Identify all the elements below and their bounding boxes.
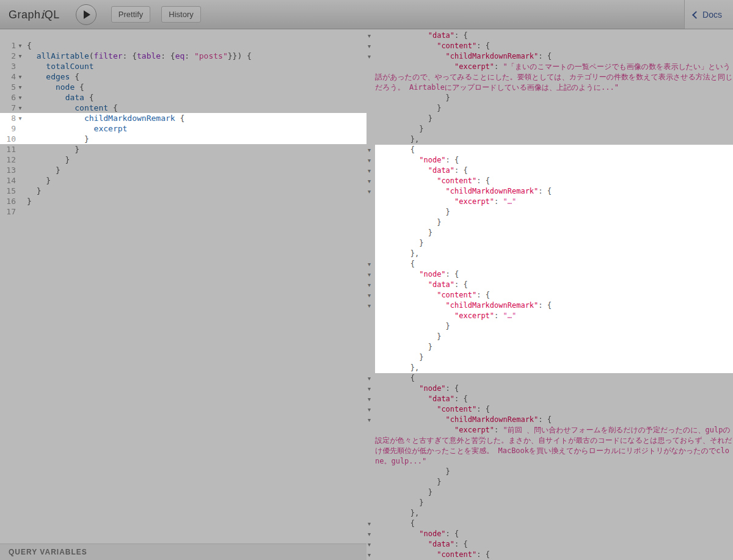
query-editor[interactable]: 1▾{2▾ allAirtable(filter: {table: {eq: "… bbox=[0, 29, 366, 544]
result-line[interactable]: ▾ "data": { bbox=[366, 394, 733, 404]
result-line[interactable]: ▾ "childMarkdownRemark": { bbox=[366, 415, 733, 425]
fold-arrow-icon[interactable]: ▾ bbox=[16, 103, 24, 113]
result-line[interactable]: }, bbox=[366, 249, 733, 259]
execute-button[interactable] bbox=[76, 4, 97, 25]
editor-line[interactable]: 10 } bbox=[0, 134, 366, 144]
result-line[interactable]: ▾ "data": { bbox=[366, 280, 733, 290]
result-line[interactable]: ▾ "node": { bbox=[366, 384, 733, 394]
result-line[interactable]: } bbox=[366, 321, 733, 332]
editor-line[interactable]: 7▾ content { bbox=[0, 103, 366, 113]
result-line[interactable]: } bbox=[366, 217, 733, 228]
editor-line[interactable]: 15 } bbox=[0, 186, 366, 196]
prettify-button[interactable]: Prettify bbox=[111, 6, 150, 23]
fold-arrow-icon[interactable]: ▾ bbox=[366, 186, 375, 197]
result-line[interactable]: ▾ "childMarkdownRemark": { bbox=[366, 300, 733, 311]
editor-line[interactable]: 9 excerpt bbox=[0, 123, 366, 134]
result-line[interactable]: } bbox=[366, 352, 733, 363]
fold-arrow-icon[interactable]: ▾ bbox=[366, 539, 375, 550]
result-line[interactable]: ▾ "childMarkdownRemark": { bbox=[366, 186, 733, 197]
result-line[interactable]: ▾ "content": { bbox=[366, 404, 733, 415]
result-line[interactable]: } bbox=[366, 467, 733, 477]
fold-spacer bbox=[366, 228, 375, 238]
result-line[interactable]: ▾ "content": { bbox=[366, 550, 733, 560]
fold-arrow-icon[interactable]: ▾ bbox=[366, 384, 375, 394]
fold-arrow-icon[interactable]: ▾ bbox=[366, 550, 375, 560]
result-line[interactable]: ▾ { bbox=[366, 145, 733, 155]
editor-line[interactable]: 1▾{ bbox=[0, 40, 366, 51]
result-line[interactable]: } bbox=[366, 114, 733, 124]
fold-arrow-icon[interactable]: ▾ bbox=[16, 92, 24, 103]
fold-arrow-icon[interactable]: ▾ bbox=[366, 31, 375, 41]
result-line[interactable]: ▾ "content": { bbox=[366, 176, 733, 186]
editor-line[interactable]: 16} bbox=[0, 196, 366, 206]
result-line[interactable]: ▾ { bbox=[366, 373, 733, 384]
fold-arrow-icon[interactable]: ▾ bbox=[16, 40, 24, 51]
result-line[interactable]: ▾ "content": { bbox=[366, 41, 733, 51]
result-line[interactable]: "excerpt": "…" bbox=[366, 197, 733, 207]
editor-line[interactable]: 13 } bbox=[0, 165, 366, 175]
fold-arrow-icon[interactable]: ▾ bbox=[366, 280, 375, 290]
fold-arrow-icon[interactable]: ▾ bbox=[366, 155, 375, 165]
result-line[interactable]: } bbox=[366, 238, 733, 249]
result-line[interactable]: ▾ "node": { bbox=[366, 529, 733, 539]
fold-arrow-icon[interactable]: ▾ bbox=[366, 290, 375, 300]
editor-line[interactable]: 11 } bbox=[0, 144, 366, 155]
fold-arrow-icon[interactable]: ▾ bbox=[366, 300, 375, 311]
result-line[interactable]: ▾ { bbox=[366, 518, 733, 529]
result-line[interactable]: ▾ "node": { bbox=[366, 269, 733, 280]
editor-line[interactable]: 8▾ childMarkdownRemark { bbox=[0, 113, 366, 123]
query-variables-bar[interactable]: QUERY VARIABLES bbox=[0, 544, 366, 560]
result-line[interactable]: } bbox=[366, 342, 733, 352]
editor-line[interactable]: 14 } bbox=[0, 175, 366, 186]
fold-arrow-icon[interactable]: ▾ bbox=[366, 165, 375, 176]
result-line[interactable]: ▾ { bbox=[366, 259, 733, 269]
result-line[interactable]: }, bbox=[366, 508, 733, 518]
docs-button[interactable]: Docs bbox=[684, 0, 733, 29]
fold-arrow-icon[interactable]: ▾ bbox=[366, 373, 375, 384]
result-line[interactable]: } bbox=[366, 477, 733, 487]
editor-line[interactable]: 6▾ data { bbox=[0, 92, 366, 103]
result-line[interactable]: } bbox=[366, 228, 733, 238]
editor-empty-area[interactable] bbox=[0, 217, 366, 544]
editor-line[interactable]: 2▾ allAirtable(filter: {table: {eq: "pos… bbox=[0, 51, 366, 61]
result-line[interactable]: ▾ "node": { bbox=[366, 155, 733, 165]
fold-arrow-icon[interactable]: ▾ bbox=[366, 41, 375, 51]
fold-arrow-icon[interactable]: ▾ bbox=[16, 51, 24, 61]
result-line[interactable]: } bbox=[366, 332, 733, 342]
result-line[interactable]: }, bbox=[366, 134, 733, 145]
result-line[interactable]: ▾ "data": { bbox=[366, 539, 733, 550]
editor-line[interactable]: 5▾ node { bbox=[0, 82, 366, 92]
fold-arrow-icon[interactable]: ▾ bbox=[366, 269, 375, 280]
editor-line[interactable]: 3 totalCount bbox=[0, 61, 366, 71]
fold-arrow-icon[interactable]: ▾ bbox=[366, 145, 375, 155]
fold-arrow-icon[interactable]: ▾ bbox=[16, 113, 24, 123]
fold-arrow-icon[interactable]: ▾ bbox=[366, 394, 375, 404]
fold-arrow-icon[interactable]: ▾ bbox=[366, 518, 375, 529]
result-line[interactable]: ▾ "data": { bbox=[366, 31, 733, 41]
result-line[interactable]: } bbox=[366, 207, 733, 217]
result-line[interactable]: }, bbox=[366, 363, 733, 373]
result-line[interactable]: "excerpt": "前回 、問い合わせフォームを削るだけの予定だったのに、g… bbox=[366, 425, 733, 467]
result-line[interactable]: "excerpt": "…" bbox=[366, 311, 733, 321]
fold-arrow-icon[interactable]: ▾ bbox=[366, 259, 375, 269]
editor-line[interactable]: 4▾ edges { bbox=[0, 71, 366, 82]
result-line[interactable]: ▾ "childMarkdownRemark": { bbox=[366, 51, 733, 62]
fold-arrow-icon[interactable]: ▾ bbox=[366, 404, 375, 415]
result-line[interactable]: ▾ "data": { bbox=[366, 165, 733, 176]
fold-arrow-icon[interactable]: ▾ bbox=[366, 415, 375, 425]
history-button[interactable]: History bbox=[161, 6, 200, 23]
result-line[interactable]: } bbox=[366, 498, 733, 508]
result-line[interactable]: ▾ "content": { bbox=[366, 290, 733, 300]
fold-arrow-icon[interactable]: ▾ bbox=[16, 71, 24, 82]
fold-arrow-icon[interactable]: ▾ bbox=[366, 529, 375, 539]
result-line[interactable]: } bbox=[366, 93, 733, 103]
result-line[interactable]: } bbox=[366, 487, 733, 498]
editor-line[interactable]: 12 } bbox=[0, 155, 366, 165]
fold-arrow-icon[interactable]: ▾ bbox=[16, 82, 24, 92]
fold-arrow-icon[interactable]: ▾ bbox=[366, 51, 375, 62]
result-line[interactable]: } bbox=[366, 124, 733, 134]
result-line[interactable]: } bbox=[366, 103, 733, 114]
editor-line[interactable]: 17 bbox=[0, 206, 366, 217]
fold-arrow-icon[interactable]: ▾ bbox=[366, 176, 375, 186]
result-line[interactable]: "excerpt": "「まいのこマートの一覧ページでも画像の数を表示したい」と… bbox=[366, 62, 733, 93]
